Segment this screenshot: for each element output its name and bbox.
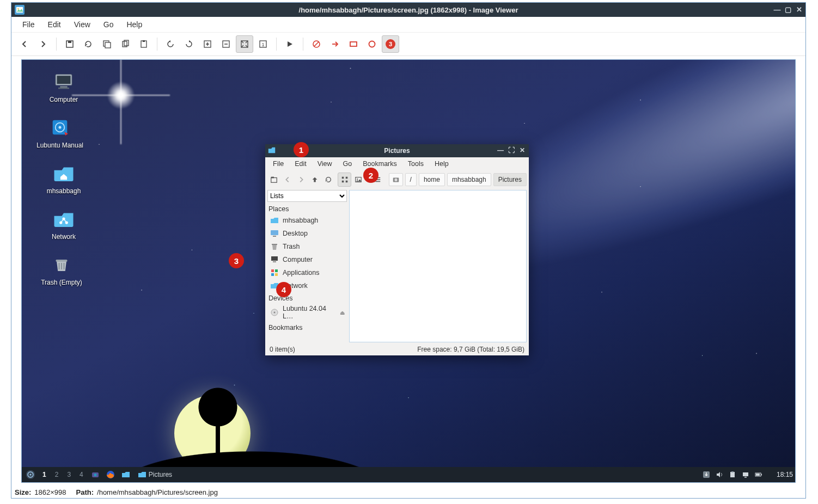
slideshow-button[interactable]: [281, 35, 298, 53]
workspace-1[interactable]: 1: [39, 470, 50, 480]
annotate-number-button[interactable]: 3: [382, 35, 399, 53]
minimize-button[interactable]: —: [773, 5, 782, 14]
paste-button[interactable]: [135, 35, 152, 53]
copy-button[interactable]: [117, 35, 134, 53]
fm-menu-file[interactable]: File: [267, 158, 289, 169]
svg-point-17: [369, 41, 375, 47]
annotate-circle-button[interactable]: [363, 35, 381, 53]
fm-toolbar: / home mhsabbagh Pictures: [265, 170, 529, 189]
menu-help[interactable]: Help: [120, 18, 149, 31]
save-button[interactable]: [61, 35, 78, 53]
fm-place-applications[interactable]: Applications: [265, 266, 349, 279]
tray-battery-icon[interactable]: [754, 470, 764, 480]
nav-back-button[interactable]: [16, 35, 33, 53]
crumb-home[interactable]: home: [419, 173, 445, 186]
rotate-cw-button[interactable]: [180, 35, 198, 53]
fm-status-space: Free space: 9,7 GiB (Total: 19,5 GiB): [417, 346, 524, 353]
fm-forward-button[interactable]: [295, 173, 308, 187]
desktop-icon-trash[interactable]: Trash (Empty): [32, 253, 91, 286]
tray-clipboard-icon[interactable]: [728, 470, 737, 480]
taskbar-clock[interactable]: 18:15: [777, 471, 793, 478]
zoom-in-button[interactable]: [199, 35, 216, 53]
desktop-icon-computer[interactable]: Computer: [34, 70, 94, 103]
fm-reload-button[interactable]: [321, 173, 335, 187]
svg-rect-62: [731, 471, 734, 472]
fm-new-tab-button[interactable]: [267, 173, 281, 187]
desktop-icon-label: Lubuntu Manual: [36, 142, 83, 149]
svg-rect-64: [744, 477, 747, 478]
workspace-2[interactable]: 2: [52, 470, 62, 480]
desktop-icon-lubuntu-manual[interactable]: Lubuntu Manual: [30, 115, 90, 149]
fm-status-items: 0 item(s): [270, 346, 295, 353]
fm-minimize-button[interactable]: —: [496, 146, 505, 155]
files-launcher[interactable]: [120, 469, 132, 481]
maximize-button[interactable]: ▢: [784, 5, 792, 14]
image-canvas[interactable]: Computer Lubuntu Manual mhsabbagh Networ…: [21, 59, 796, 483]
crumb-root[interactable]: [389, 173, 403, 186]
fm-menu-edit[interactable]: Edit: [289, 158, 312, 169]
desktop-icon-label: Trash (Empty): [41, 279, 82, 286]
fm-place-desktop[interactable]: Desktop: [265, 227, 349, 240]
fm-device-lubuntu[interactable]: Lubuntu 24.04 L…⏏: [265, 303, 349, 322]
fm-place-home[interactable]: mhsabbagh: [265, 214, 349, 227]
desktop-icon-home[interactable]: mhsabbagh: [34, 161, 94, 195]
fm-places-header: Places: [265, 203, 349, 214]
crumb-pictures[interactable]: Pictures: [493, 173, 527, 186]
svg-rect-30: [271, 178, 277, 183]
zoom-fit-button[interactable]: [236, 35, 253, 53]
annotate-arrow-button[interactable]: [326, 35, 344, 53]
menu-edit[interactable]: Edit: [41, 18, 68, 31]
fm-back-button[interactable]: [281, 173, 295, 187]
annotation-badge-4: 4: [276, 282, 291, 297]
menu-file[interactable]: File: [16, 18, 41, 31]
file-manager-window: Pictures — ⛶ ✕ File Edit View Go Bookmar…: [265, 144, 529, 355]
fm-icon-view-button[interactable]: [338, 173, 351, 187]
close-button[interactable]: ✕: [795, 5, 803, 14]
toolbar-separator: [303, 38, 303, 51]
rotate-ccw-button[interactable]: [162, 35, 179, 53]
svg-rect-48: [271, 269, 274, 272]
menu-go[interactable]: Go: [97, 18, 120, 31]
svg-point-24: [59, 126, 62, 129]
svg-rect-66: [756, 474, 760, 476]
workspace-3[interactable]: 3: [64, 470, 74, 480]
task-pictures[interactable]: Pictures: [135, 469, 175, 480]
fm-file-pane[interactable]: [349, 190, 527, 342]
annotate-rect-button[interactable]: [345, 35, 362, 53]
nav-forward-button[interactable]: [34, 35, 52, 53]
fm-maximize-button[interactable]: ⛶: [507, 146, 516, 155]
eject-icon[interactable]: ⏏: [340, 310, 345, 316]
fm-menu-go[interactable]: Go: [338, 158, 358, 169]
desktop-icon-network[interactable]: Network: [34, 207, 94, 241]
fm-menu-help[interactable]: Help: [429, 158, 454, 169]
fm-up-button[interactable]: [308, 173, 322, 187]
status-path-value: /home/mhsabbagh/Pictures/screen.jpg: [97, 488, 218, 496]
tray-updater-icon[interactable]: [701, 470, 711, 480]
annotate-none-button[interactable]: [308, 35, 325, 53]
fm-place-trash[interactable]: Trash: [265, 240, 349, 253]
reload-button[interactable]: [80, 35, 97, 53]
network-folder-icon: [51, 207, 77, 231]
screenshot-launcher[interactable]: [89, 469, 101, 481]
svg-rect-5: [105, 42, 111, 48]
fm-close-button[interactable]: ✕: [518, 146, 527, 155]
fm-place-computer[interactable]: Computer: [265, 253, 349, 266]
zoom-original-button[interactable]: 1: [254, 35, 272, 53]
crumb-slash[interactable]: /: [405, 173, 417, 186]
workspace-4[interactable]: 4: [76, 470, 87, 480]
crumb-user[interactable]: mhsabbagh: [447, 173, 491, 186]
tray-volume-icon[interactable]: [715, 470, 724, 480]
tray-network-icon[interactable]: [741, 470, 750, 480]
menu-view[interactable]: View: [68, 18, 97, 31]
svg-rect-44: [273, 236, 276, 237]
desktop-icon-label: Computer: [50, 96, 78, 103]
zoom-out-button[interactable]: [217, 35, 235, 53]
fm-app-icon: [267, 146, 277, 156]
firefox-launcher[interactable]: [105, 469, 117, 481]
fm-side-mode-select[interactable]: Lists: [267, 190, 347, 202]
save-as-button[interactable]: [98, 35, 115, 53]
fm-menu-view[interactable]: View: [312, 158, 338, 169]
fm-menu-bookmarks[interactable]: Bookmarks: [357, 158, 402, 169]
app-menu-button[interactable]: [25, 469, 36, 481]
fm-menu-tools[interactable]: Tools: [402, 158, 429, 169]
